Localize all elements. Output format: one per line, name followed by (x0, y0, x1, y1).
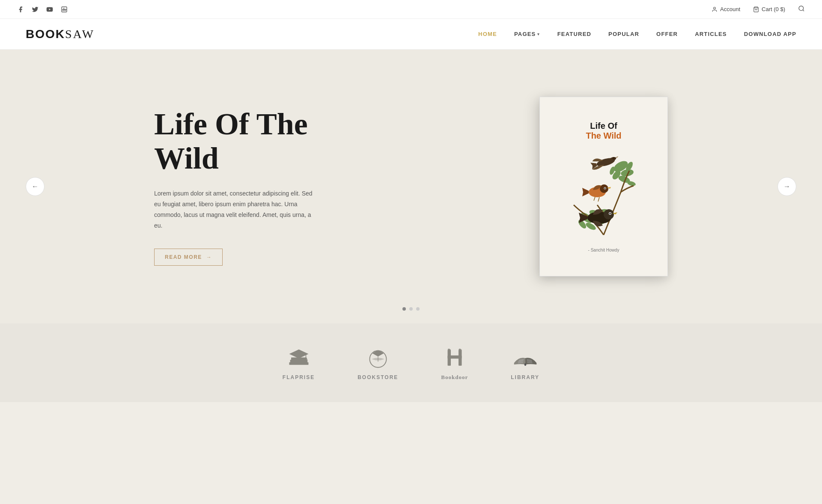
nav-home[interactable]: HOME (478, 31, 497, 37)
svg-point-27 (605, 187, 606, 189)
twitter-icon[interactable] (32, 6, 39, 13)
library-icon (512, 345, 538, 371)
search-icon[interactable] (798, 5, 805, 14)
main-nav: BOOKSAW HOME PAGES ▾ FEATURED POPULAR OF… (0, 19, 822, 50)
bookdoor-icon (442, 345, 468, 371)
book-illustration (561, 149, 646, 243)
read-more-button[interactable]: READ MORE → (154, 249, 223, 266)
svg-line-7 (803, 10, 804, 11)
svg-point-39 (298, 358, 300, 360)
chevron-down-icon: ▾ (537, 32, 540, 36)
nav-popular[interactable]: POPULAR (608, 31, 639, 37)
svg-point-31 (604, 209, 614, 219)
svg-point-4 (714, 7, 716, 9)
arrow-right-icon: → (206, 254, 212, 260)
library-label: LIBRARY (511, 374, 539, 380)
svg-point-33 (609, 213, 611, 214)
bookstore-icon: ★★★★★ (365, 345, 391, 371)
slider-dot-1[interactable] (402, 307, 406, 311)
book-cover-title: Life Of The Wild (586, 121, 621, 141)
svg-point-6 (799, 6, 804, 11)
account-link[interactable]: Account (712, 6, 740, 12)
top-bar-right: Account Cart (0 $) (712, 5, 805, 14)
svg-rect-49 (447, 356, 462, 359)
facebook-icon[interactable] (17, 6, 24, 13)
top-bar: Account Cart (0 $) (0, 0, 822, 19)
partner-bookstore[interactable]: ★★★★★ BOOKSTORE (357, 345, 398, 380)
nav-offer[interactable]: OFFER (656, 31, 678, 37)
partner-flaprise[interactable]: FLAPRISE (283, 345, 315, 380)
lastfm-icon[interactable] (61, 6, 68, 13)
slider-dots (402, 307, 420, 311)
svg-line-53 (518, 363, 523, 363)
partner-bookdoor[interactable]: Bookdoor (441, 345, 468, 381)
nav-featured[interactable]: FEATURED (557, 31, 591, 37)
partner-library[interactable]: LIBRARY (511, 345, 539, 380)
youtube-icon[interactable] (46, 6, 53, 13)
cart-link[interactable]: Cart (0 $) (753, 6, 785, 12)
svg-point-50 (524, 363, 526, 366)
hero-inner: Life Of The Wild Lorem ipsum dolor sit a… (154, 97, 668, 276)
hero-description: Lorem ipsum dolor sit amet, consectetur … (154, 188, 317, 231)
book-cover: Life Of The Wild (539, 97, 668, 276)
slider-prev-button[interactable]: ← (26, 177, 45, 196)
nav-articles[interactable]: ARTICLES (695, 31, 727, 37)
hero-section: ← Life Of The Wild Lorem ipsum dolor sit… (0, 50, 822, 323)
slider-next-button[interactable]: → (777, 177, 796, 196)
hero-title: Life Of The Wild (154, 107, 368, 175)
hero-book: Life Of The Wild (539, 97, 668, 276)
bookdoor-label: Bookdoor (441, 374, 468, 381)
flaprise-label: FLAPRISE (283, 374, 315, 380)
slider-dot-3[interactable] (416, 307, 420, 311)
flaprise-icon (286, 345, 312, 371)
svg-line-56 (527, 363, 532, 363)
social-links (17, 6, 68, 13)
svg-line-28 (594, 197, 595, 201)
partners-section: FLAPRISE ★★★★★ BOOKSTORE Bookdoor (0, 323, 822, 402)
svg-rect-34 (289, 362, 308, 365)
logo[interactable]: BOOKSAW (26, 27, 95, 41)
slider-dot-2[interactable] (409, 307, 413, 311)
hero-text: Life Of The Wild Lorem ipsum dolor sit a… (154, 107, 368, 265)
book-author: - Sanchit Howdy (588, 248, 619, 252)
nav-links: HOME PAGES ▾ FEATURED POPULAR OFFER ARTI… (478, 31, 796, 37)
nav-download-app[interactable]: DOWNLOAD APP (744, 31, 796, 37)
bookstore-label: BOOKSTORE (357, 374, 398, 380)
nav-pages[interactable]: PAGES ▾ (514, 31, 540, 37)
svg-line-29 (598, 197, 599, 202)
